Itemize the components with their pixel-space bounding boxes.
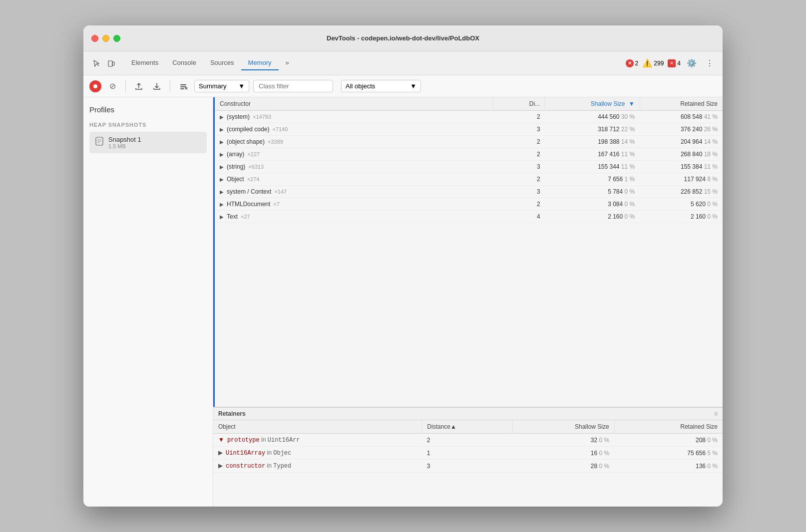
snapshot-size: 1.5 MB — [108, 143, 202, 149]
expand-arrow[interactable]: ▶ — [220, 189, 224, 195]
download-icon[interactable] — [150, 79, 164, 93]
stop-icon[interactable]: ⊘ — [105, 79, 119, 93]
minimize-button[interactable] — [102, 35, 109, 42]
retainer-object-cell: ▶Uint16Array in Objec — [213, 447, 422, 460]
rth-object[interactable]: Object — [213, 420, 422, 434]
retained-size-cell: 117 924 8 % — [640, 173, 723, 186]
rth-shallow[interactable]: Shallow Size — [512, 420, 614, 434]
retainer-expand-icon[interactable]: ▶ — [218, 462, 223, 469]
square-badge: ✕ 4 — [668, 59, 681, 67]
in-text: in — [267, 449, 272, 456]
window-title: DevTools - codepen.io/web-dot-dev/live/P… — [327, 34, 479, 42]
retained-size-cell: 608 548 41 % — [640, 111, 723, 123]
expand-arrow[interactable]: ▶ — [220, 202, 224, 207]
retainer-expand-icon[interactable]: ▼ — [218, 436, 224, 443]
shallow-size-cell: 198 388 14 % — [545, 136, 640, 148]
rth-retained[interactable]: Retained Size — [614, 420, 723, 434]
tab-elements[interactable]: Elements — [124, 56, 165, 70]
table-row[interactable]: ▶(object shape)×33892198 388 14 %204 964… — [215, 136, 723, 148]
constructor-name: (object shape) — [227, 138, 265, 145]
all-objects-dropdown[interactable]: All objects ▼ — [341, 80, 421, 92]
warning-badge: ⚠️ 299 — [642, 58, 664, 68]
expand-arrow[interactable]: ▶ — [220, 127, 224, 132]
tab-console[interactable]: Console — [165, 56, 203, 70]
table-row[interactable]: ▶(array)×2272167 416 11 %268 840 18 % — [215, 148, 723, 161]
th-constructor[interactable]: Constructor — [215, 97, 493, 111]
all-objects-arrow-icon: ▼ — [410, 82, 416, 90]
th-retained-size[interactable]: Retained Size — [640, 97, 723, 111]
table-row[interactable]: ▶Text×2742 160 0 %2 160 0 % — [215, 211, 723, 223]
main-panel: Constructor Di... Shallow Size ▼ Retaine… — [213, 97, 723, 507]
square-error-icon: ✕ — [668, 59, 676, 67]
expand-arrow[interactable]: ▶ — [220, 214, 224, 220]
maximize-button[interactable] — [113, 35, 120, 42]
close-button[interactable] — [91, 35, 98, 42]
retainer-object-cell: ▶constructor in Typed — [213, 460, 422, 473]
table-row[interactable]: ▶system / Context×14735 784 0 %226 852 1… — [215, 186, 723, 198]
cursor-icon[interactable] — [89, 56, 103, 70]
svg-rect-4 — [180, 84, 186, 85]
retainers-tbody: ▼prototype in Uint16Arr232 0 %208 0 %▶Ui… — [213, 434, 723, 473]
more-menu-icon[interactable]: ⋮ — [703, 56, 717, 70]
snapshot-item[interactable]: Snapshot 1 1.5 MB — [89, 132, 207, 153]
shallow-size-cell: 3 084 0 % — [545, 198, 640, 211]
retainer-row[interactable]: ▼prototype in Uint16Arr232 0 %208 0 % — [213, 434, 723, 447]
summary-dropdown[interactable]: Summary ▼ — [194, 80, 249, 92]
retainers-header-row: Object Distance▲ Shallow Size Retained S… — [213, 420, 723, 434]
retainer-row[interactable]: ▶constructor in Typed328 0 %136 0 % — [213, 460, 723, 473]
constructor-name: (array) — [227, 151, 244, 158]
constructor-name: (compiled code) — [227, 126, 269, 133]
retainer-parent-name: Typed — [273, 463, 291, 470]
table-row[interactable]: ▶(system)×147932444 560 30 %608 548 41 % — [215, 111, 723, 123]
clear-icon[interactable] — [176, 79, 190, 93]
retainer-object-cell: ▼prototype in Uint16Arr — [213, 434, 422, 447]
table-row[interactable]: ▶(compiled code)×71403318 712 22 %376 24… — [215, 123, 723, 136]
retainer-retained-cell: 136 0 % — [614, 460, 723, 473]
table-header-row: Constructor Di... Shallow Size ▼ Retaine… — [215, 97, 723, 111]
retainers-menu-icon[interactable]: ≡ — [714, 410, 718, 417]
main-toolbar: Elements Console Sources Memory » ✕ 2 ⚠️… — [83, 51, 723, 75]
record-button[interactable] — [89, 80, 101, 92]
tab-memory[interactable]: Memory — [241, 56, 279, 70]
settings-icon[interactable]: ⚙️ — [685, 56, 699, 70]
expand-arrow[interactable]: ▶ — [220, 152, 224, 157]
class-filter-input[interactable] — [253, 80, 333, 92]
retainer-retained-cell: 75 656 5 % — [614, 447, 723, 460]
upload-icon[interactable] — [132, 79, 146, 93]
svg-line-0 — [97, 64, 99, 66]
count-label: ×7140 — [272, 126, 288, 132]
expand-arrow[interactable]: ▶ — [220, 114, 224, 120]
tab-bar: Elements Console Sources Memory » — [124, 56, 624, 70]
expand-arrow[interactable]: ▶ — [220, 139, 224, 145]
panel-wrapper: Constructor Di... Shallow Size ▼ Retaine… — [213, 97, 723, 507]
heap-snapshots-label: HEAP SNAPSHOTS — [89, 122, 207, 128]
constructor-name: (string) — [227, 163, 245, 170]
retained-size-cell: 155 384 11 % — [640, 161, 723, 173]
toolbar-divider — [125, 80, 126, 92]
retained-size-cell: 204 964 14 % — [640, 136, 723, 148]
distance-cell: 3 — [493, 161, 545, 173]
device-icon[interactable] — [104, 56, 118, 70]
distance-cell: 3 — [493, 186, 545, 198]
th-distance[interactable]: Di... — [493, 97, 545, 111]
in-text: in — [261, 436, 266, 443]
expand-arrow[interactable]: ▶ — [220, 177, 224, 182]
th-shallow-size[interactable]: Shallow Size ▼ — [545, 97, 640, 111]
shallow-size-cell: 5 784 0 % — [545, 186, 640, 198]
count-label: ×14793 — [253, 114, 271, 120]
rth-distance[interactable]: Distance▲ — [422, 420, 512, 434]
table-row[interactable]: ▶HTMLDocument×723 084 0 %5 620 0 % — [215, 198, 723, 211]
warning-icon: ⚠️ — [642, 58, 652, 68]
table-row[interactable]: ▶(string)×63133155 344 11 %155 384 11 % — [215, 161, 723, 173]
retainer-row[interactable]: ▶Uint16Array in Objec116 0 %75 656 5 % — [213, 447, 723, 460]
traffic-lights — [91, 35, 120, 42]
retainer-shallow-cell: 28 0 % — [512, 460, 614, 473]
retainer-parent-name: Uint16Arr — [268, 437, 300, 444]
tab-more[interactable]: » — [279, 56, 296, 70]
table-row[interactable]: ▶Object×27427 656 1 %117 924 8 % — [215, 173, 723, 186]
toolbar-divider-2 — [170, 80, 170, 92]
tab-sources[interactable]: Sources — [203, 56, 241, 70]
retainer-expand-icon[interactable]: ▶ — [218, 449, 223, 456]
heap-table-container[interactable]: Constructor Di... Shallow Size ▼ Retaine… — [213, 97, 723, 407]
expand-arrow[interactable]: ▶ — [220, 164, 224, 170]
